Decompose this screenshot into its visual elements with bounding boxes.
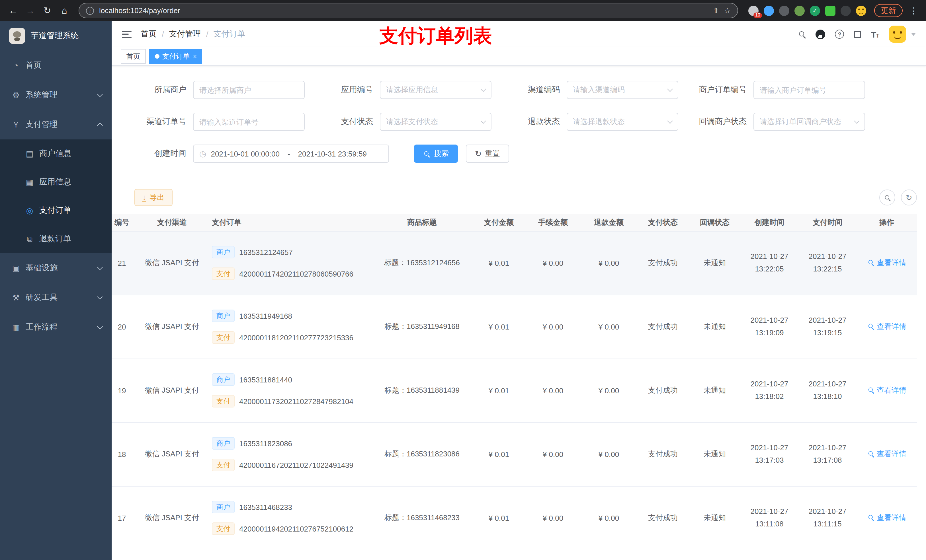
app-no-select[interactable]: 请选择应用信息	[380, 81, 492, 99]
pay-status-select[interactable]: 请选择支付状态	[380, 113, 492, 131]
collapse-sidebar-icon[interactable]	[122, 30, 132, 38]
extension-icon[interactable]	[764, 5, 774, 16]
font-size-icon[interactable]: TT	[871, 30, 879, 38]
extension-icon[interactable]: 10	[748, 5, 758, 16]
browser-update-button[interactable]: 更新	[874, 4, 903, 17]
notify-status-select[interactable]: 请选择订单回调商户状态	[754, 113, 865, 131]
chevron-down-icon	[667, 118, 673, 124]
table-row[interactable]: 商户163531185726	[112, 550, 917, 560]
cell-actions	[856, 550, 917, 560]
pay-order-no: 4200001181202110277723215336	[239, 333, 353, 342]
cell-refund: ¥ 0.00	[581, 422, 637, 486]
close-icon[interactable]: ×	[193, 53, 197, 60]
help-icon[interactable]: ?	[835, 30, 844, 39]
breadcrumb-home[interactable]: 首页	[141, 29, 157, 39]
search-icon[interactable]	[799, 30, 806, 38]
cell-fee: ¥ 0.00	[525, 422, 581, 486]
cell-pay-time: 2021-10-2713:22:15	[799, 231, 856, 295]
browser-menu-icon[interactable]: ⋮	[907, 5, 920, 16]
extension-icon[interactable]: ✓	[810, 5, 820, 16]
col-id: 编号	[112, 214, 138, 231]
menu-label: 支付订单	[39, 205, 71, 216]
avatar[interactable]	[889, 26, 906, 43]
sidebar-item-merchant-info[interactable]: ▤ 商户信息	[0, 139, 112, 168]
export-button[interactable]: ↓ 导出	[135, 189, 172, 206]
back-icon[interactable]: ←	[6, 3, 21, 18]
search-button-label: 搜索	[434, 148, 449, 159]
reload-icon[interactable]: ↻	[40, 3, 54, 18]
table-row[interactable]: 18 微信 JSAPI 支付 商户1635311823086 支付4200001…	[112, 422, 917, 486]
filter-label-notify-status: 回调商户状态	[694, 117, 747, 127]
cell-id: 18	[112, 422, 138, 486]
cell-channel: 微信 JSAPI 支付	[138, 295, 206, 359]
chevron-up-icon	[97, 123, 103, 128]
page-header: 首页 / 支付管理 / 支付订单 支付订单列表 ? TT	[112, 21, 926, 47]
site-info-icon[interactable]: i	[86, 6, 94, 15]
table-row[interactable]: 19 微信 JSAPI 支付 商户1635311881440 支付4200001…	[112, 359, 917, 422]
refund-status-select[interactable]: 请选择退款状态	[567, 113, 678, 131]
tag-home[interactable]: 首页	[121, 49, 146, 64]
table-row[interactable]: 17 微信 JSAPI 支付 商户1635311468233 支付4200001…	[112, 486, 917, 550]
create-time-range[interactable]: ◷ 2021-10-01 00:00:00 - 2021-10-31 23:59…	[193, 145, 389, 163]
extension-icon[interactable]	[841, 5, 851, 16]
sidebar-item-pay-order[interactable]: ◎ 支付订单	[0, 196, 112, 225]
extension-icon[interactable]	[856, 5, 866, 16]
extension-icon[interactable]	[794, 5, 805, 16]
view-detail-link[interactable]: 查看详情	[867, 385, 906, 395]
table-toolbar: ↓ 导出 ↻	[135, 189, 917, 206]
sidebar-item-app-info[interactable]: ▦ 应用信息	[0, 168, 112, 196]
extension-icon[interactable]	[825, 5, 835, 16]
fullscreen-icon[interactable]	[854, 30, 861, 38]
tag-pay-order[interactable]: 支付订单 ×	[149, 49, 203, 64]
address-bar[interactable]: i localhost:1024/pay/order ⇧ ☆	[79, 3, 738, 18]
chevron-down-icon	[480, 118, 486, 124]
forward-icon[interactable]: →	[23, 3, 38, 18]
sidebar-item-system[interactable]: ⚙ 系统管理	[0, 80, 112, 110]
sidebar-item-home[interactable]: ◔ 首页	[0, 51, 112, 80]
view-detail-icon	[868, 323, 874, 329]
breadcrumb-level2: 支付订单	[213, 29, 245, 39]
github-icon[interactable]	[816, 29, 826, 39]
merchant-order-no: 1635311823086	[239, 439, 292, 448]
extension-icon[interactable]	[779, 5, 789, 16]
sidebar-item-infra[interactable]: ▣ 基础设施	[0, 253, 112, 283]
filter-label-app-no: 应用编号	[321, 85, 373, 95]
pay-order-no: 4200001194202110276752100612	[239, 524, 353, 533]
channel-order-no-input[interactable]	[193, 113, 305, 131]
sidebar-item-refund-order[interactable]: ⧉ 退款订单	[0, 225, 112, 253]
app-logo-row[interactable]: 芋道管理系统	[0, 21, 112, 51]
search-button[interactable]: 搜索	[414, 145, 458, 163]
col-pay-time: 支付时间	[799, 214, 856, 231]
filter-form: 所属商户 应用编号 请选择应用信息 渠道编码 请输入渠道编码	[112, 66, 926, 177]
sidebar-item-workflow[interactable]: ▥ 工作流程	[0, 312, 112, 342]
home-icon[interactable]: ⌂	[57, 3, 72, 18]
cell-pay-order: 商户1635311468233 支付4200001194202110276752…	[206, 486, 371, 550]
view-detail-link[interactable]: 查看详情	[867, 258, 906, 268]
cell-create-time	[740, 550, 799, 560]
table-row[interactable]: 21 微信 JSAPI 支付 商户1635312124657 支付4200001…	[112, 231, 917, 295]
view-detail-link[interactable]: 查看详情	[867, 322, 906, 332]
sidebar-item-pay[interactable]: ¥ 支付管理	[0, 110, 112, 139]
view-detail-link[interactable]: 查看详情	[867, 449, 906, 459]
menu-label: 应用信息	[39, 177, 71, 187]
sidebar-item-devtools[interactable]: ⚒ 研发工具	[0, 283, 112, 312]
refund-order-icon: ⧉	[25, 234, 34, 244]
merchant-input[interactable]	[193, 81, 305, 99]
merchant-order-no-input[interactable]	[754, 81, 865, 99]
table-row[interactable]: 20 微信 JSAPI 支付 商户1635311949168 支付4200001…	[112, 295, 917, 359]
header-actions: ? TT	[799, 26, 916, 43]
breadcrumb-level1[interactable]: 支付管理	[169, 29, 201, 39]
cell-refund: ¥ 0.00	[581, 486, 637, 550]
channel-code-select[interactable]: 请输入渠道编码	[567, 81, 678, 99]
toggle-search-button[interactable]	[879, 190, 895, 205]
reset-button-label: 重置	[485, 148, 500, 159]
share-icon[interactable]: ⇧	[713, 6, 719, 15]
refresh-table-button[interactable]: ↻	[901, 190, 917, 205]
reset-button[interactable]: ↻ 重置	[466, 145, 509, 163]
annotation-text: 支付订单列表	[379, 23, 492, 49]
cell-id: 17	[112, 486, 138, 550]
bookmark-star-icon[interactable]: ☆	[724, 6, 731, 15]
cell-id: 20	[112, 295, 138, 359]
view-detail-link[interactable]: 查看详情	[867, 513, 906, 523]
avatar-caret-icon[interactable]	[911, 33, 916, 36]
